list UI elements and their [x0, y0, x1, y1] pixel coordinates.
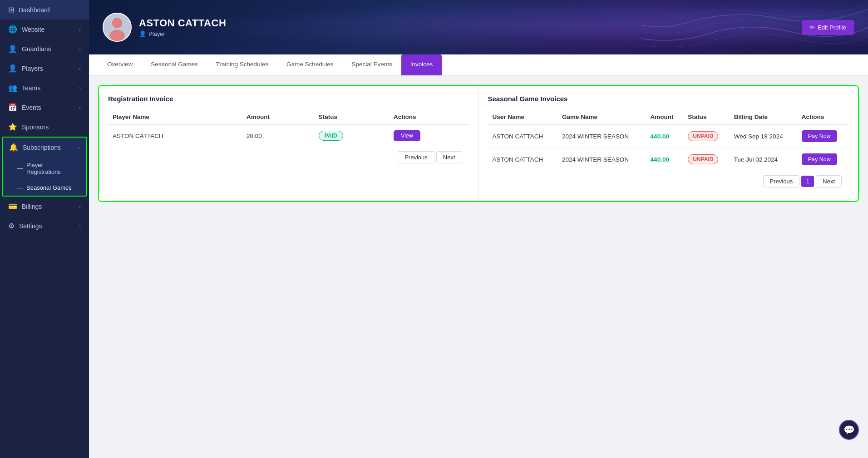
invoice-panels: Registration Invoice Player Name Amount …: [98, 85, 859, 202]
status-badge: UNPAID: [688, 131, 718, 141]
col-game-name: Game Name: [557, 110, 646, 124]
events-icon: 📅: [8, 103, 17, 112]
svg-point-1: [112, 18, 123, 28]
sidebar-subscriptions-group: 🔔 Subscriptions › — Player Registrations…: [2, 137, 87, 197]
sidebar-item-billings[interactable]: 💳 Billings ›: [0, 197, 89, 216]
guardians-icon: 👤: [8, 44, 17, 53]
registration-pagination: Previous Next: [108, 147, 469, 168]
chevron-right-icon: ›: [79, 223, 81, 229]
edit-profile-button[interactable]: ✏ Edit Profile: [802, 20, 854, 35]
players-icon: 👤: [8, 64, 17, 73]
subscriptions-icon: 🔔: [9, 143, 18, 152]
amount-value: 440.00: [651, 156, 669, 163]
sidebar-item-player-registrations[interactable]: — Player Registrations: [3, 157, 86, 180]
cell-amount: 440.00: [646, 148, 684, 171]
sidebar-item-subscriptions[interactable]: 🔔 Subscriptions ›: [3, 138, 86, 157]
svg-point-2: [109, 30, 125, 42]
seasonal-next-button[interactable]: Next: [816, 175, 842, 187]
chevron-right-icon: ›: [79, 66, 81, 71]
reg-next-button[interactable]: Next: [436, 151, 462, 163]
chevron-right-icon: ›: [79, 85, 81, 91]
cell-user-name: ASTON CATTACH: [488, 148, 558, 171]
tab-overview[interactable]: Overview: [98, 54, 142, 75]
cell-player-name: ASTON CATTACH: [108, 124, 242, 147]
chevron-down-icon: ›: [78, 145, 80, 150]
cell-actions: Pay Now: [797, 124, 849, 148]
cell-amount: 20.00: [242, 124, 314, 147]
table-header-row: User Name Game Name Amount Status Billin…: [488, 110, 849, 124]
sidebar-item-label: Website: [22, 26, 44, 33]
sidebar-item-label: Guardians: [22, 45, 51, 53]
cell-amount: 440.00: [646, 124, 684, 148]
sidebar-item-label: Settings: [19, 222, 42, 230]
cell-status: UNPAID: [683, 148, 730, 171]
cell-billing-date: Tue Jul 02 2024: [730, 148, 797, 171]
sidebar-item-settings[interactable]: ⚙ Settings ›: [0, 216, 89, 236]
cell-game-name: 2024 WINTER SEASON: [557, 148, 646, 171]
col-status: Status: [314, 110, 389, 124]
sidebar-item-events[interactable]: 📅 Events ›: [0, 98, 89, 117]
sidebar-item-label: Billings: [22, 203, 42, 210]
sidebar-item-label: Dashboard: [19, 6, 50, 14]
chat-bubble[interactable]: 💬: [839, 420, 859, 440]
player-role: 👤 Player: [139, 30, 226, 37]
seasonal-pagination: Previous 1 Next: [488, 171, 849, 192]
content-area: Registration Invoice Player Name Amount …: [89, 76, 868, 458]
status-badge: PAID: [319, 131, 343, 141]
col-actions: Actions: [797, 110, 849, 124]
amount-value: 440.00: [651, 133, 669, 140]
settings-icon: ⚙: [8, 222, 15, 230]
website-icon: 🌐: [8, 25, 17, 34]
tab-invoices[interactable]: Invoices: [401, 54, 442, 75]
billings-icon: 💳: [8, 202, 17, 211]
sidebar-item-dashboard[interactable]: ⊞ Dashboard: [0, 0, 89, 20]
reg-previous-button[interactable]: Previous: [398, 151, 434, 163]
cell-status: PAID: [314, 124, 389, 147]
tab-seasonal-games[interactable]: Seasonal Games: [142, 54, 207, 75]
tab-training-schedules[interactable]: Training Schedules: [207, 54, 277, 75]
sidebar-item-seasonal-games[interactable]: — Seasonal Games: [3, 180, 86, 196]
col-actions: Actions: [389, 110, 469, 124]
chevron-right-icon: ›: [79, 27, 81, 32]
col-amount: Amount: [242, 110, 314, 124]
seasonal-invoice-title: Seasonal Game Invoices: [488, 95, 849, 103]
player-name: ASTON CATTACH: [139, 17, 226, 29]
table-header-row: Player Name Amount Status Actions: [108, 110, 469, 124]
tabs-bar: Overview Seasonal Games Training Schedul…: [89, 54, 868, 76]
cell-actions: Pay Now: [797, 148, 849, 171]
view-button[interactable]: View: [394, 130, 420, 141]
dashboard-icon: ⊞: [8, 5, 14, 14]
seasonal-previous-button[interactable]: Previous: [763, 175, 800, 187]
seasonal-invoice-table: User Name Game Name Amount Status Billin…: [488, 110, 849, 171]
sidebar-item-guardians[interactable]: 👤 Guardians ›: [0, 39, 89, 59]
status-badge: UNPAID: [688, 154, 718, 164]
col-user-name: User Name: [488, 110, 558, 124]
sidebar-item-label: Events: [22, 104, 41, 111]
tab-game-schedules[interactable]: Game Schedules: [277, 54, 343, 75]
table-row: ASTON CATTACH 20.00 PAID View: [108, 124, 469, 147]
edit-icon: ✏: [810, 24, 815, 31]
sidebar-item-website[interactable]: 🌐 Website ›: [0, 20, 89, 39]
sidebar-item-players[interactable]: 👤 Players ›: [0, 59, 89, 78]
sidebar: ⊞ Dashboard 🌐 Website › 👤 Guardians › 👤 …: [0, 0, 89, 458]
cell-billing-date: Wed Sep 18 2024: [730, 124, 797, 148]
sub-item-label: Seasonal Games: [26, 184, 72, 191]
sidebar-item-teams[interactable]: 👥 Teams ›: [0, 78, 89, 98]
registration-invoice-panel: Registration Invoice Player Name Amount …: [99, 86, 479, 201]
seasonal-page-number: 1: [801, 176, 814, 187]
table-row: ASTON CATTACH 2024 WINTER SEASON 440.00 …: [488, 124, 849, 148]
pay-now-button[interactable]: Pay Now: [802, 153, 837, 165]
cell-actions: View: [389, 124, 469, 147]
cell-game-name: 2024 WINTER SEASON: [557, 124, 646, 148]
pay-now-button[interactable]: Pay Now: [802, 130, 837, 142]
sidebar-item-label: Teams: [22, 84, 40, 92]
registration-invoice-title: Registration Invoice: [108, 95, 469, 103]
sidebar-item-sponsors[interactable]: ⭐ Sponsors: [0, 117, 89, 137]
avatar: [103, 13, 132, 42]
sub-item-label: Player Registrations: [26, 162, 78, 175]
chevron-right-icon: ›: [79, 204, 81, 209]
sub-item-dot: —: [17, 185, 23, 191]
col-player-name: Player Name: [108, 110, 242, 124]
table-row: ASTON CATTACH 2024 WINTER SEASON 440.00 …: [488, 148, 849, 171]
tab-special-events[interactable]: Special Events: [342, 54, 401, 75]
